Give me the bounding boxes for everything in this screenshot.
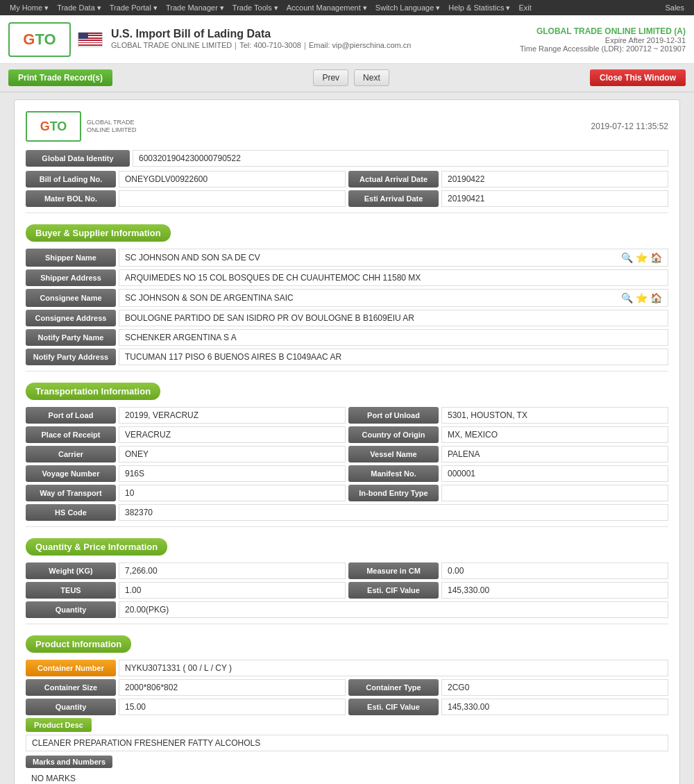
way-inbond-row: Way of Transport 10 In-bond Entry Type <box>26 485 668 501</box>
master-bol-value <box>119 190 346 207</box>
place-of-receipt-label: Place of Receipt <box>26 426 116 443</box>
close-button-top[interactable]: Close This Window <box>590 69 686 86</box>
nav-my-home[interactable]: My Home ▾ <box>6 0 53 15</box>
master-bol-esti-row: Mater BOL No. Esti Arrival Date 20190421 <box>26 190 668 207</box>
toolbar-top: Print Trade Record(s) Prev Next Close Th… <box>0 64 694 92</box>
company-link[interactable]: GLOBAL TRADE ONLINE LIMITED (A) <box>520 26 686 36</box>
esti-arrival-label: Esti Arrival Date <box>348 190 439 207</box>
measure-cm-label: Measure in CM <box>348 562 439 579</box>
main-content: GTO GLOBAL TRADEONLINE LIMITED 2019-07-1… <box>0 92 694 784</box>
manifest-no-label: Manifest No. <box>348 465 439 482</box>
bol-value: ONEYGDLV00922600 <box>119 171 346 187</box>
bol-label: Bill of Lading No. <box>26 171 116 187</box>
bol-arrival-row: Bill of Lading No. ONEYGDLV00922600 Actu… <box>26 171 668 187</box>
carrier-vessel-row: Carrier ONEY Vessel Name PALENA <box>26 446 668 462</box>
carrier-value: ONEY <box>119 446 346 462</box>
record-timestamp: 2019-07-12 11:35:52 <box>591 122 668 131</box>
port-row: Port of Load 20199, VERACRUZ Port of Unl… <box>26 407 668 424</box>
master-bol-label: Mater BOL No. <box>26 190 116 207</box>
nav-exit[interactable]: Exit <box>514 0 535 15</box>
voyage-number-label: Voyage Number <box>26 465 116 482</box>
esti-cif-product-label: Esti. CIF Value <box>348 699 439 715</box>
quantity-price-section: Quantity & Price Information Weight (KG)… <box>26 533 668 618</box>
shipper-search-icon[interactable]: 🔍 <box>621 252 633 263</box>
next-button-top[interactable]: Next <box>354 69 389 86</box>
container-number-value: NYKU3071331 ( 00 / L / CY ) <box>119 660 668 676</box>
voyage-manifest-row: Voyage Number 916S Manifest No. 000001 <box>26 465 668 482</box>
container-number-row: Container Number NYKU3071331 ( 00 / L / … <box>26 660 668 676</box>
actual-arrival-value: 20190422 <box>441 171 668 187</box>
page-title: U.S. Import Bill of Lading Data <box>111 28 411 40</box>
buyer-supplier-title: Buyer & Supplier Information <box>26 224 171 242</box>
teus-label: TEUS <box>26 582 116 599</box>
prev-button-top[interactable]: Prev <box>313 69 348 86</box>
weight-measure-row: Weight (KG) 7,266.00 Measure in CM 0.00 <box>26 562 668 579</box>
consignee-home-icon[interactable]: 🏠 <box>650 292 662 303</box>
esti-cif-qp-value: 145,330.00 <box>441 582 668 599</box>
notify-party-name-value: SCHENKER ARGENTINA S A <box>119 329 668 346</box>
nav-sales[interactable]: Sales <box>661 0 688 15</box>
transportation-section: Transportation Information Port of Load … <box>26 377 668 521</box>
vessel-name-label: Vessel Name <box>348 446 439 462</box>
container-number-label: Container Number <box>26 660 116 676</box>
nav-help-statistics[interactable]: Help & Statistics ▾ <box>444 0 514 15</box>
hs-code-value: 382370 <box>119 504 668 521</box>
product-info-section: Product Information Container Number NYK… <box>26 630 668 784</box>
qty-cif-product-row: Quantity 15.00 Esti. CIF Value 145,330.0… <box>26 699 668 715</box>
print-button-top[interactable]: Print Trade Record(s) <box>8 69 112 86</box>
carrier-label: Carrier <box>26 446 116 462</box>
port-of-load-value: 20199, VERACRUZ <box>119 407 346 424</box>
notify-party-name-row: Notify Party Name SCHENKER ARGENTINA S A <box>26 329 668 346</box>
receipt-origin-row: Place of Receipt VERACRUZ Country of Ori… <box>26 426 668 443</box>
logo: GTO <box>8 22 71 57</box>
notify-party-address-label: Notify Party Address <box>26 349 116 365</box>
logo-area: GTO <box>8 22 103 57</box>
port-of-load-label: Port of Load <box>26 407 116 424</box>
quantity-product-label: Quantity <box>26 699 116 715</box>
product-info-title: Product Information <box>26 635 131 653</box>
port-of-unload-label: Port of Unload <box>348 407 439 424</box>
shipper-home-icon[interactable]: 🏠 <box>650 252 662 263</box>
qty-row: Quantity 20.00(PKG) <box>26 601 668 618</box>
place-of-receipt-value: VERACRUZ <box>119 426 346 443</box>
consignee-search-icon[interactable]: 🔍 <box>621 292 633 303</box>
nav-trade-manager[interactable]: Trade Manager ▾ <box>162 0 228 15</box>
container-type-value: 2CG0 <box>441 679 668 696</box>
consignee-address-value: BOULOGNE PARTIDO DE SAN ISIDRO PR OV BOU… <box>119 310 668 326</box>
container-size-value: 2000*806*802 <box>119 679 346 696</box>
country-of-origin-value: MX, MEXICO <box>441 426 668 443</box>
shipper-name-row: Shipper Name SC JOHNSON AND SON SA DE CV… <box>26 249 668 267</box>
buyer-supplier-section: Buyer & Supplier Information Shipper Nam… <box>26 219 668 365</box>
record-logo: GTO GLOBAL TRADEONLINE LIMITED <box>26 111 137 142</box>
quantity-price-title: Quantity & Price Information <box>26 538 167 556</box>
esti-cif-product-value: 145,330.00 <box>441 699 668 715</box>
nav-trade-tools[interactable]: Trade Tools ▾ <box>228 0 282 15</box>
manifest-no-value: 000001 <box>441 465 668 482</box>
nav-trade-data[interactable]: Trade Data ▾ <box>53 0 105 15</box>
global-data-identity-label: Global Data Identity <box>26 150 130 167</box>
nav-account-management[interactable]: Account Management ▾ <box>282 0 371 15</box>
shipper-address-row: Shipper Address ARQUIMEDES NO 15 COL BOS… <box>26 269 668 286</box>
record-card: GTO GLOBAL TRADEONLINE LIMITED 2019-07-1… <box>14 99 680 784</box>
in-bond-entry-value <box>441 485 668 501</box>
nav-trade-portal[interactable]: Trade Portal ▾ <box>105 0 162 15</box>
actual-arrival-label: Actual Arrival Date <box>348 171 439 187</box>
quantity-qp-label: Quantity <box>26 601 116 618</box>
shipper-address-value: ARQUIMEDES NO 15 COL BOSQUES DE CH CUAUH… <box>119 269 668 286</box>
vessel-name-value: PALENA <box>441 446 668 462</box>
notify-party-address-row: Notify Party Address TUCUMAN 117 PISO 6 … <box>26 349 668 365</box>
consignee-star-icon[interactable]: ⭐ <box>636 292 648 303</box>
global-data-identity-row: Global Data Identity 6003201904230000790… <box>26 150 668 167</box>
transportation-title: Transportation Information <box>26 383 160 400</box>
shipper-star-icon[interactable]: ⭐ <box>636 252 648 263</box>
page-subtitle: GLOBAL TRADE ONLINE LIMITED｜Tel: 400-710… <box>111 40 411 51</box>
in-bond-entry-label: In-bond Entry Type <box>348 485 439 501</box>
weight-label: Weight (KG) <box>26 562 116 579</box>
nav-switch-language[interactable]: Switch Language ▾ <box>371 0 444 15</box>
quantity-qp-value: 20.00(PKG) <box>119 601 668 618</box>
notify-party-address-value: TUCUMAN 117 PISO 6 BUENOS AIRES B C1049A… <box>119 349 668 365</box>
ldr-info: Time Range Accessible (LDR): 200712 ~ 20… <box>520 44 686 53</box>
esti-cif-qp-label: Esti. CIF Value <box>348 582 439 599</box>
hs-code-label: HS Code <box>26 504 116 521</box>
marks-value: NO MARKS <box>26 771 668 784</box>
